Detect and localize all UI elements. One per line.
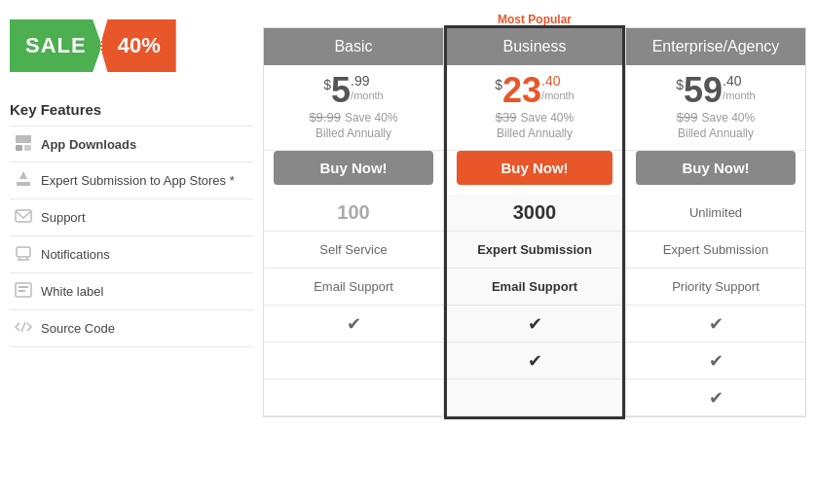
feature-row-source-code: Source Code: [10, 310, 253, 347]
feature-label-notifications: Notifications: [37, 247, 110, 262]
price-main: $23.40/month: [453, 73, 616, 108]
plan-cell: ✔: [626, 306, 805, 342]
support-icon: [10, 206, 37, 229]
most-popular-spacer: [625, 10, 806, 27]
plan-pricing: $23.40/month$39Save 40%Billed Annually: [447, 65, 622, 151]
price-decimal-month: .40/month: [723, 73, 756, 102]
svg-rect-1: [24, 145, 31, 151]
app-downloads-icon: [10, 133, 37, 156]
plan-pricing: $59.40/month$99Save 40%Billed Annually: [626, 65, 805, 151]
price-original-row: $99Save 40%: [632, 110, 799, 125]
price-decimal: .99: [351, 73, 369, 90]
billed-annually: Billed Annually: [270, 126, 437, 140]
plan-cell: ✔: [447, 306, 622, 342]
plan-cell: 100: [264, 195, 443, 232]
plan-col-wrapper-1: Most PopularBusiness$23.40/month$39Save …: [444, 10, 625, 419]
feature-row-app-downloads: App Downloads: [10, 126, 253, 162]
price-original-row: $39Save 40%: [453, 110, 616, 125]
price-original: $99: [677, 110, 698, 125]
plan-cell: [264, 379, 443, 416]
plan-header: Enterprise/Agency: [626, 28, 805, 65]
price-decimal-month: .99/month: [351, 73, 384, 102]
price-save: Save 40%: [521, 111, 575, 125]
feature-label-source-code: Source Code: [37, 321, 115, 336]
sale-discount: 40%: [100, 19, 176, 72]
plan-header: Business: [447, 28, 622, 65]
sale-badge: SALE 40%: [10, 19, 253, 72]
feature-row-white-label: White label: [10, 273, 253, 310]
plan-cell: ✔: [264, 306, 443, 342]
price-per-month: /month: [541, 90, 575, 102]
price-main: $5.99/month: [270, 73, 437, 108]
plan-col-wrapper-0: Basic$5.99/month$9.99Save 40%Billed Annu…: [263, 10, 444, 417]
checkmark-icon: ✔: [709, 387, 723, 409]
price-decimal: .40: [541, 73, 560, 90]
source-code-icon: [10, 317, 37, 340]
price-dollar: $: [676, 77, 684, 92]
price-decimal: .40: [723, 73, 741, 90]
price-number: 59: [684, 73, 723, 108]
feature-label-expert-submission: Expert Submission to App Stores *: [37, 173, 235, 188]
plan-col-wrapper-2: Enterprise/Agency$59.40/month$99Save 40%…: [625, 10, 806, 417]
price-dollar: $: [495, 77, 502, 92]
price-save: Save 40%: [702, 111, 756, 125]
plan-cell: 3000: [447, 195, 622, 232]
plan-cell: [447, 379, 622, 416]
price-save: Save 40%: [345, 111, 398, 125]
sale-label: SALE: [10, 19, 102, 72]
svg-rect-11: [19, 286, 28, 288]
plan-col-basic: Basic$5.99/month$9.99Save 40%Billed Annu…: [263, 27, 444, 417]
plan-col-business: Business$23.40/month$39Save 40%Billed An…: [444, 25, 625, 419]
plan-cell: ✔: [626, 379, 805, 416]
svg-marker-4: [19, 171, 27, 179]
feature-row-notifications: Notifications: [10, 236, 253, 273]
price-per-month: /month: [723, 90, 756, 102]
checkmark-icon: ✔: [528, 313, 542, 335]
plan-cell: [264, 342, 443, 379]
svg-rect-12: [19, 290, 25, 292]
left-column: SALE 40% Key Features App Downloads Expe…: [10, 10, 263, 419]
plans-area: Basic$5.99/month$9.99Save 40%Billed Annu…: [263, 10, 806, 419]
plan-cell: Self Service: [264, 232, 443, 269]
svg-line-13: [21, 322, 25, 332]
price-original: $9.99: [309, 110, 341, 125]
svg-rect-0: [16, 145, 22, 151]
plan-col-enterprise/agency: Enterprise/Agency$59.40/month$99Save 40%…: [625, 27, 806, 417]
buy-now-button[interactable]: Buy Now!: [274, 151, 433, 185]
white-label-icon: [10, 280, 37, 303]
plan-cell: Email Support: [447, 269, 622, 306]
price-number: 23: [502, 73, 541, 108]
expert-submission-icon: [10, 169, 37, 192]
key-features-title: Key Features: [10, 101, 253, 118]
checkmark-icon: ✔: [709, 350, 723, 372]
feature-row-expert-submission: Expert Submission to App Stores *: [10, 162, 253, 199]
plan-cell: Expert Submission: [626, 232, 805, 269]
price-per-month: /month: [351, 90, 384, 102]
feature-label-support: Support: [37, 210, 86, 225]
most-popular-spacer: [263, 10, 444, 27]
svg-rect-2: [16, 135, 31, 143]
svg-rect-6: [17, 247, 30, 257]
plan-header: Basic: [264, 28, 443, 65]
buy-now-button[interactable]: Buy Now!: [457, 151, 612, 185]
plan-pricing: $5.99/month$9.99Save 40%Billed Annually: [264, 65, 443, 151]
plan-cell: ✔: [626, 342, 805, 379]
plan-cell: Email Support: [264, 269, 443, 306]
checkmark-icon: ✔: [347, 313, 361, 335]
page-wrapper: SALE 40% Key Features App Downloads Expe…: [0, 0, 816, 429]
svg-rect-3: [17, 182, 30, 186]
price-original-row: $9.99Save 40%: [270, 110, 437, 125]
checkmark-icon: ✔: [709, 313, 723, 335]
price-number: 5: [331, 73, 351, 108]
buy-now-button[interactable]: Buy Now!: [636, 151, 796, 185]
feature-label-app-downloads: App Downloads: [37, 137, 136, 152]
notifications-icon: [10, 243, 37, 266]
checkmark-icon: ✔: [528, 350, 542, 372]
plan-cell: Unlimited: [626, 195, 805, 232]
svg-rect-5: [16, 210, 31, 222]
billed-annually: Billed Annually: [632, 126, 799, 140]
price-original: $39: [496, 110, 517, 125]
price-decimal-month: .40/month: [541, 73, 575, 102]
plan-cell: Expert Submission: [447, 232, 622, 269]
feature-row-support: Support: [10, 199, 253, 236]
